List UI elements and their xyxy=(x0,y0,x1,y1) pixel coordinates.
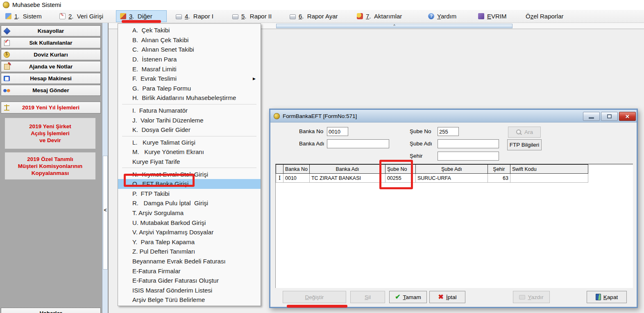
sehir-input[interactable] xyxy=(438,152,499,161)
col-header-sehir[interactable]: Şehir xyxy=(488,165,510,174)
banka-no-label: Banka No xyxy=(299,127,323,136)
sidebar-item-doviz-kurlari[interactable]: Doviz Kurları xyxy=(1,49,101,60)
sidebar: Kısayollar Sık Kullanılanlar Doviz Kurla… xyxy=(0,23,102,313)
degistir-button[interactable]: Değiştir xyxy=(283,291,346,303)
kapat-button[interactable]: Kapat xyxy=(587,291,627,303)
dropdown-item[interactable]: N. Kıymet Evrak Stok Girişi xyxy=(118,169,261,179)
sidebar-item-kisayollar[interactable]: Kısayollar xyxy=(1,25,101,36)
close-button[interactable]: ✕ xyxy=(619,112,636,121)
yazdir-button[interactable]: Yazdır xyxy=(513,291,550,303)
dropdown-item[interactable]: D. İstenen Para xyxy=(118,54,261,64)
menu-separator xyxy=(122,104,256,104)
system-icon xyxy=(5,13,11,19)
dropdown-item[interactable]: E-Fatura Firmalar xyxy=(118,266,261,276)
menu-rapor-2[interactable]: 5. Rapor II xyxy=(229,10,275,22)
dropdown-item[interactable]: E. Masraf Limiti xyxy=(118,64,261,74)
menu-evrim[interactable]: EVRIM xyxy=(474,10,510,22)
dropdown-item[interactable]: L. Kurye Talimat Girişi xyxy=(118,138,261,147)
title-bar: Muhasebe Sistemi xyxy=(0,0,644,10)
sidebar-item-mesaj-gonder[interactable]: Mesaj Gönder xyxy=(1,85,101,96)
sidebar-item-hesap-makinesi[interactable]: Hesap Makinesi xyxy=(1,73,101,84)
evrim-icon xyxy=(478,13,484,19)
info-icon xyxy=(3,27,10,34)
menu-yardim[interactable]: Yardım xyxy=(424,10,460,22)
dropdown-item[interactable]: H. Birlik Aidatlarını Muhasebeleştirme xyxy=(118,93,261,103)
sehir-label: Şehir xyxy=(410,152,423,161)
message-users-icon xyxy=(3,87,10,94)
menu-rapor-ayar[interactable]: 6. Rapor Ayar xyxy=(286,10,342,22)
table-row[interactable]: I 0010 TC ZIRAAT BANKASI 00255 SURUC-URF… xyxy=(276,174,588,183)
dialog-icon xyxy=(274,113,280,119)
dropdown-item[interactable]: Arşiv Belge Türü Belirleme xyxy=(118,295,261,305)
banka-no-input[interactable] xyxy=(327,127,348,136)
sidebar-panel-yeni-sirket[interactable]: 2019 Yeni Şirket Açılış İşlemleri ve Dev… xyxy=(5,118,95,149)
agenda-icon xyxy=(3,63,10,70)
print-icon xyxy=(519,295,525,299)
close-icon: ✕ xyxy=(625,113,630,120)
dropdown-item[interactable]: K. Dosya Gelir Gider xyxy=(118,125,261,135)
dropdown-item[interactable]: E-Fatura Gider Faturası Oluştur xyxy=(118,276,261,286)
sil-button[interactable]: Sil xyxy=(350,291,385,303)
ara-button[interactable]: Ara xyxy=(508,127,541,138)
dropdown-item[interactable]: Z. Pul Defteri Tanımları xyxy=(118,247,261,256)
sidebar-item-haberler[interactable]: Haberler xyxy=(1,308,101,313)
dropdown-item[interactable]: A. Çek Takibi xyxy=(118,25,261,35)
maximize-button[interactable] xyxy=(601,112,618,121)
dropdown-item[interactable]: C. Alınan Senet Takibi xyxy=(118,45,261,54)
dropdown-item[interactable]: Y. Para Talep Kapama xyxy=(118,237,261,247)
dropdown-item[interactable]: I. Fatura Numaratör xyxy=(118,106,261,116)
menu-ozel-raporlar[interactable]: Özel Raporlar xyxy=(522,10,567,22)
dropdown-item[interactable]: J. Valor Tarihi Düzenleme xyxy=(118,115,261,125)
other-menu-icon xyxy=(120,13,126,19)
col-header-sube-no[interactable]: Şube No xyxy=(385,165,415,174)
help-icon xyxy=(428,13,434,19)
dropdown-item[interactable]: ISIS Masraf Gönderim Listesi xyxy=(118,285,261,295)
minimize-button[interactable] xyxy=(583,112,600,121)
cross-icon xyxy=(438,294,444,300)
dialog-title: FormBankaEFT [FormNo:571] xyxy=(283,113,357,119)
dropdown-item[interactable]: G. Para Talep Formu xyxy=(118,84,261,93)
menu-veri-girisi[interactable]: 2. Veri Girişi xyxy=(56,10,107,22)
menu-sistem[interactable]: 1. Sistem xyxy=(2,10,45,22)
ftp-bilgileri-button[interactable]: FTP Bilgileri xyxy=(507,139,542,150)
sidebar-item-sik-kullanilanlar[interactable]: Sık Kullanılanlar xyxy=(1,37,101,48)
col-header-banka-no[interactable]: Banka No xyxy=(283,165,310,174)
menu-aktarimlar[interactable]: 7. Aktarımlar xyxy=(353,10,406,22)
sidebar-scrollbar[interactable]: < xyxy=(102,23,108,313)
sidebar-panel-ozel-tanimli[interactable]: 2019 Özel Tanımlı Müşteri Komisyonlarını… xyxy=(5,152,95,179)
submenu-arrow-icon: ▶ xyxy=(253,77,256,81)
dropdown-item[interactable]: R. Damga Pulu İptal Girişi xyxy=(118,198,261,208)
col-header-banka-adi[interactable]: Banka Adı xyxy=(309,165,385,174)
dropdown-item-eft-banka-girisi[interactable]: O. EFT Banka Girişi xyxy=(118,179,261,189)
dropdown-item[interactable]: Kurye Fiyat Tarife xyxy=(118,157,261,167)
col-header-sube-adi[interactable]: Şube Adı xyxy=(415,165,488,174)
collapse-sidebar-handle[interactable]: < xyxy=(102,207,108,213)
iptal-button[interactable]: İptal xyxy=(429,291,465,303)
minimize-icon xyxy=(589,117,594,119)
dropdown-item[interactable]: V. Arşivi Yapılmamış Dosyalar xyxy=(118,227,261,237)
dropdown-item[interactable]: U. Mutabakat Barkod Girişi xyxy=(118,218,261,227)
col-header-swift-kodu[interactable]: Swift Kodu xyxy=(510,165,588,174)
dialog-title-bar[interactable]: FormBankaEFT [FormNo:571] xyxy=(270,110,637,122)
sidebar-item-2019-yeni-yil[interactable]: 2019 Yeni Yıl İşlemleri xyxy=(1,102,101,113)
sube-adi-input[interactable] xyxy=(438,139,499,148)
dropdown-item[interactable]: T. Arşiv Sorgulama xyxy=(118,208,261,218)
app-icon xyxy=(3,2,9,8)
sube-no-input[interactable] xyxy=(438,127,459,136)
menu-rapor-1[interactable]: 4. Rapor I xyxy=(172,10,217,22)
dropdown-item[interactable]: Beyanname Evrak Bedeli Faturası xyxy=(118,256,261,266)
collapse-panel-bar[interactable]: ^ xyxy=(276,24,512,28)
banka-adi-input[interactable] xyxy=(327,139,389,148)
application-window: Muhasebe Sistemi 1. Sistem 2. Veri Giriş… xyxy=(0,0,644,313)
menu-separator xyxy=(122,168,256,168)
calculator-icon xyxy=(3,75,10,82)
dropdown-item[interactable]: P. FTP Takibi xyxy=(118,189,261,199)
dropdown-item[interactable]: B. Alınan Çek Takibi xyxy=(118,35,261,45)
dropdown-item[interactable]: M. Kurye Yönetim Ekranı xyxy=(118,147,261,157)
sidebar-item-ajanda[interactable]: Ajanda ve Notlar xyxy=(1,61,101,72)
maximize-icon xyxy=(607,114,612,118)
door-exit-icon xyxy=(596,294,601,300)
tamam-button[interactable]: Tamam xyxy=(389,291,427,303)
menu-diger[interactable]: 3. Diğer xyxy=(116,10,167,22)
dropdown-item-evrak-teslimi[interactable]: F. Evrak Teslimi▶ xyxy=(118,74,261,84)
